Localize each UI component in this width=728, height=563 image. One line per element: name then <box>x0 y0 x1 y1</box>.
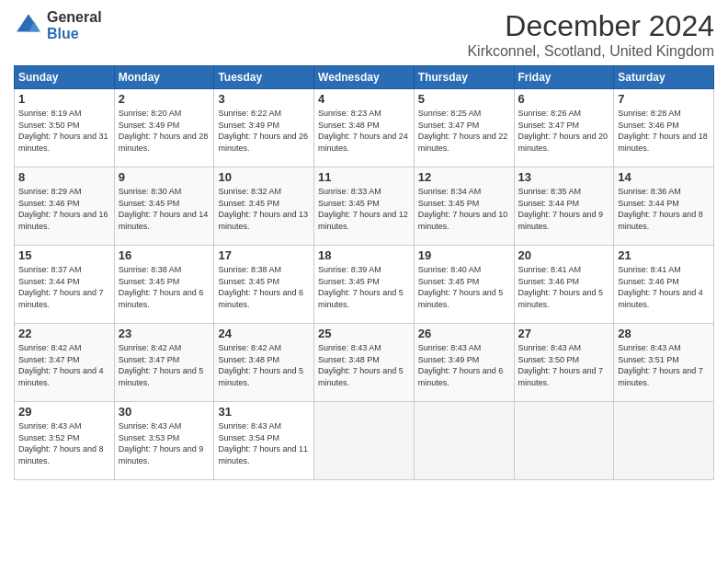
day-number: 20 <box>518 248 610 262</box>
week-row: 15Sunrise: 8:37 AMSunset: 3:44 PMDayligh… <box>15 246 714 324</box>
month-title: December 2024 <box>467 9 714 43</box>
day-number: 29 <box>18 405 110 419</box>
table-row: 29Sunrise: 8:43 AMSunset: 3:52 PMDayligh… <box>15 402 115 480</box>
col-wednesday: Wednesday <box>314 66 415 89</box>
day-detail: Sunrise: 8:23 AMSunset: 3:48 PMDaylight:… <box>318 108 410 154</box>
table-row: 20Sunrise: 8:41 AMSunset: 3:46 PMDayligh… <box>514 246 614 324</box>
day-detail: Sunrise: 8:43 AMSunset: 3:53 PMDaylight:… <box>119 420 210 466</box>
day-detail: Sunrise: 8:38 AMSunset: 3:45 PMDaylight:… <box>218 264 310 310</box>
table-row: 21Sunrise: 8:41 AMSunset: 3:46 PMDayligh… <box>614 246 714 324</box>
col-tuesday: Tuesday <box>214 66 314 89</box>
day-detail: Sunrise: 8:41 AMSunset: 3:46 PMDaylight:… <box>518 264 610 310</box>
logo-icon <box>14 11 43 40</box>
day-number: 9 <box>119 170 210 184</box>
week-row: 8Sunrise: 8:29 AMSunset: 3:46 PMDaylight… <box>15 167 714 246</box>
table-row: 17Sunrise: 8:38 AMSunset: 3:45 PMDayligh… <box>214 246 314 324</box>
logo-general: General <box>47 9 102 26</box>
table-row <box>314 402 415 480</box>
day-detail: Sunrise: 8:42 AMSunset: 3:47 PMDaylight:… <box>119 342 210 388</box>
day-detail: Sunrise: 8:29 AMSunset: 3:46 PMDaylight:… <box>18 186 110 232</box>
table-row: 27Sunrise: 8:43 AMSunset: 3:50 PMDayligh… <box>514 324 614 402</box>
col-monday: Monday <box>114 66 214 89</box>
col-thursday: Thursday <box>414 66 514 89</box>
day-detail: Sunrise: 8:22 AMSunset: 3:49 PMDaylight:… <box>218 108 310 154</box>
day-number: 26 <box>418 327 510 340</box>
day-number: 10 <box>218 170 310 184</box>
day-detail: Sunrise: 8:42 AMSunset: 3:48 PMDaylight:… <box>218 342 310 388</box>
day-number: 30 <box>119 405 210 419</box>
day-number: 25 <box>318 327 410 340</box>
table-row: 13Sunrise: 8:35 AMSunset: 3:44 PMDayligh… <box>514 167 614 246</box>
day-number: 8 <box>18 170 110 184</box>
col-sunday: Sunday <box>15 66 115 89</box>
day-number: 1 <box>18 92 110 106</box>
day-detail: Sunrise: 8:36 AMSunset: 3:44 PMDaylight:… <box>618 186 710 232</box>
day-detail: Sunrise: 8:43 AMSunset: 3:49 PMDaylight:… <box>418 342 510 388</box>
day-detail: Sunrise: 8:35 AMSunset: 3:44 PMDaylight:… <box>518 186 610 232</box>
table-row: 25Sunrise: 8:43 AMSunset: 3:48 PMDayligh… <box>314 324 415 402</box>
day-number: 4 <box>318 92 410 106</box>
page-container: General Blue December 2024 Kirkconnel, S… <box>0 0 728 489</box>
day-detail: Sunrise: 8:32 AMSunset: 3:45 PMDaylight:… <box>218 186 310 232</box>
week-row: 29Sunrise: 8:43 AMSunset: 3:52 PMDayligh… <box>15 402 714 480</box>
table-row: 23Sunrise: 8:42 AMSunset: 3:47 PMDayligh… <box>114 324 214 402</box>
day-number: 7 <box>618 92 710 106</box>
day-number: 18 <box>318 248 410 262</box>
table-row: 8Sunrise: 8:29 AMSunset: 3:46 PMDaylight… <box>15 167 115 246</box>
table-row: 16Sunrise: 8:38 AMSunset: 3:45 PMDayligh… <box>114 246 214 324</box>
day-detail: Sunrise: 8:34 AMSunset: 3:45 PMDaylight:… <box>418 186 510 232</box>
day-detail: Sunrise: 8:25 AMSunset: 3:47 PMDaylight:… <box>418 108 510 154</box>
logo: General Blue <box>14 9 102 41</box>
day-detail: Sunrise: 8:40 AMSunset: 3:45 PMDaylight:… <box>418 264 510 310</box>
table-row: 6Sunrise: 8:26 AMSunset: 3:47 PMDaylight… <box>514 89 614 167</box>
week-row: 1Sunrise: 8:19 AMSunset: 3:50 PMDaylight… <box>15 89 714 167</box>
day-number: 6 <box>518 92 610 106</box>
table-row: 24Sunrise: 8:42 AMSunset: 3:48 PMDayligh… <box>214 324 314 402</box>
table-row: 28Sunrise: 8:43 AMSunset: 3:51 PMDayligh… <box>614 324 714 402</box>
day-detail: Sunrise: 8:33 AMSunset: 3:45 PMDaylight:… <box>318 186 410 232</box>
table-row <box>614 402 714 480</box>
day-number: 16 <box>119 248 210 262</box>
table-row: 4Sunrise: 8:23 AMSunset: 3:48 PMDaylight… <box>314 89 415 167</box>
col-friday: Friday <box>514 66 614 89</box>
table-row: 7Sunrise: 8:28 AMSunset: 3:46 PMDaylight… <box>614 89 714 167</box>
day-number: 22 <box>18 327 110 340</box>
day-detail: Sunrise: 8:30 AMSunset: 3:45 PMDaylight:… <box>119 186 210 232</box>
day-detail: Sunrise: 8:20 AMSunset: 3:49 PMDaylight:… <box>119 108 210 154</box>
table-row <box>514 402 614 480</box>
title-block: December 2024 Kirkconnel, Scotland, Unit… <box>467 9 714 60</box>
day-number: 24 <box>218 327 310 340</box>
table-row: 14Sunrise: 8:36 AMSunset: 3:44 PMDayligh… <box>614 167 714 246</box>
table-row: 12Sunrise: 8:34 AMSunset: 3:45 PMDayligh… <box>414 167 514 246</box>
table-row: 18Sunrise: 8:39 AMSunset: 3:45 PMDayligh… <box>314 246 415 324</box>
table-row: 9Sunrise: 8:30 AMSunset: 3:45 PMDaylight… <box>114 167 214 246</box>
day-number: 5 <box>418 92 510 106</box>
day-number: 27 <box>518 327 610 340</box>
logo-text: General Blue <box>47 9 102 41</box>
day-number: 14 <box>618 170 710 184</box>
table-row: 11Sunrise: 8:33 AMSunset: 3:45 PMDayligh… <box>314 167 415 246</box>
day-number: 19 <box>418 248 510 262</box>
table-row: 1Sunrise: 8:19 AMSunset: 3:50 PMDaylight… <box>15 89 115 167</box>
table-row: 2Sunrise: 8:20 AMSunset: 3:49 PMDaylight… <box>114 89 214 167</box>
day-number: 28 <box>618 327 710 340</box>
calendar-table: Sunday Monday Tuesday Wednesday Thursday… <box>14 65 714 480</box>
day-number: 15 <box>18 248 110 262</box>
page-header: General Blue December 2024 Kirkconnel, S… <box>14 9 714 60</box>
day-detail: Sunrise: 8:38 AMSunset: 3:45 PMDaylight:… <box>119 264 210 310</box>
table-row: 3Sunrise: 8:22 AMSunset: 3:49 PMDaylight… <box>214 89 314 167</box>
day-number: 11 <box>318 170 410 184</box>
day-detail: Sunrise: 8:42 AMSunset: 3:47 PMDaylight:… <box>18 342 110 388</box>
day-detail: Sunrise: 8:26 AMSunset: 3:47 PMDaylight:… <box>518 108 610 154</box>
day-number: 21 <box>618 248 710 262</box>
day-detail: Sunrise: 8:28 AMSunset: 3:46 PMDaylight:… <box>618 108 710 154</box>
table-row: 26Sunrise: 8:43 AMSunset: 3:49 PMDayligh… <box>414 324 514 402</box>
table-row: 10Sunrise: 8:32 AMSunset: 3:45 PMDayligh… <box>214 167 314 246</box>
day-number: 23 <box>119 327 210 340</box>
day-detail: Sunrise: 8:43 AMSunset: 3:51 PMDaylight:… <box>618 342 710 388</box>
col-saturday: Saturday <box>614 66 714 89</box>
day-number: 12 <box>418 170 510 184</box>
table-row: 31Sunrise: 8:43 AMSunset: 3:54 PMDayligh… <box>214 402 314 480</box>
header-row: Sunday Monday Tuesday Wednesday Thursday… <box>15 66 714 89</box>
table-row: 22Sunrise: 8:42 AMSunset: 3:47 PMDayligh… <box>15 324 115 402</box>
